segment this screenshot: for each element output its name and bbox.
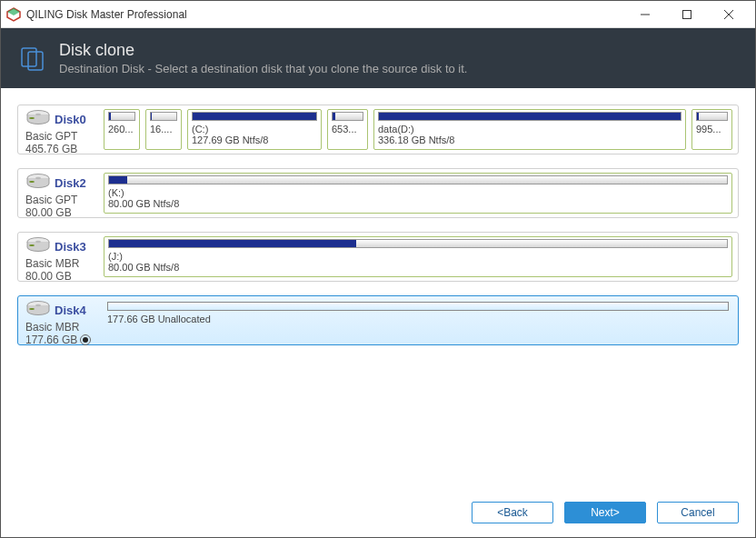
disk-row[interactable]: Disk0Basic GPT465.76 GB260...16....(C:)1… (17, 105, 739, 154)
app-logo-icon (6, 7, 21, 22)
partition-size: 80.00 GB Ntfs/8 (108, 198, 728, 209)
partition-size: 80.00 GB Ntfs/8 (108, 262, 728, 273)
disk-row[interactable]: Disk2Basic GPT80.00 GB(K:)80.00 GB Ntfs/… (17, 168, 739, 218)
partition-list: (J:)80.00 GB Ntfs/8 (104, 233, 738, 281)
disk-size: 80.00 GB (25, 270, 72, 283)
partition[interactable]: 16.... (145, 109, 182, 150)
disk-info: Disk0Basic GPT465.76 GB (18, 105, 104, 154)
partition-list: 260...16....(C:)127.69 GB Ntfs/8653...da… (104, 105, 738, 154)
svg-rect-6 (22, 48, 36, 66)
disk-name: Disk0 (55, 113, 86, 126)
page-subtitle: Destination Disk - Select a destination … (59, 62, 467, 75)
svg-point-9 (35, 114, 41, 115)
disk-type: Basic GPT (25, 130, 98, 143)
svg-marker-1 (7, 8, 20, 15)
partition-size: 127.69 GB Ntfs/8 (192, 134, 317, 145)
disk-name: Disk4 (55, 304, 86, 317)
partition-size: 177.66 GB Unallocated (107, 314, 729, 324)
partition[interactable]: 177.66 GB Unallocated (104, 300, 732, 341)
partition[interactable]: (C:)127.69 GB Ntfs/8 (187, 109, 322, 150)
partition-label: data(D:) (378, 124, 681, 134)
partition-usage-bar (192, 112, 317, 121)
next-button[interactable]: Next> (564, 502, 646, 523)
disk-icon (25, 300, 51, 321)
disk-info: Disk4Basic MBR177.66 GB (18, 296, 104, 344)
partition[interactable]: data(D:)336.18 GB Ntfs/8 (373, 109, 686, 150)
partition-usage-bar (696, 112, 728, 121)
partition-size: 16.... (150, 124, 177, 134)
disk-type: Basic GPT (25, 194, 98, 206)
partition-usage-bar (108, 175, 728, 184)
titlebar: QILING Disk Master Professional (1, 1, 755, 28)
back-button[interactable]: <Back (472, 502, 553, 523)
disk-info: Disk2Basic GPT80.00 GB (18, 169, 104, 217)
partition-usage-bar (378, 112, 681, 121)
partition[interactable]: 260... (104, 109, 140, 150)
partition[interactable]: (K:)80.00 GB Ntfs/8 (104, 173, 732, 214)
page-header: Disk clone Destination Disk - Select a d… (1, 28, 755, 88)
minimize-button[interactable] (624, 1, 666, 28)
disk-row[interactable]: Disk3Basic MBR80.00 GB(J:)80.00 GB Ntfs/… (17, 232, 739, 282)
disk-name: Disk3 (55, 240, 86, 254)
partition-label: (K:) (108, 187, 728, 198)
partition-label: (J:) (108, 251, 728, 262)
disk-clone-icon (17, 43, 48, 74)
svg-rect-7 (28, 52, 43, 70)
cancel-button[interactable]: Cancel (657, 502, 739, 523)
partition-label: (C:) (192, 124, 317, 134)
disk-type: Basic MBR (25, 257, 98, 270)
disk-size: 465.76 GB (25, 143, 77, 155)
partition-size: 995... (696, 124, 728, 134)
partition-usage-bar (332, 112, 363, 121)
disk-icon (25, 173, 51, 194)
window-title: QILING Disk Master Professional (26, 8, 624, 21)
disk-size: 80.00 GB (25, 206, 72, 219)
page-title: Disk clone (59, 41, 467, 60)
disk-icon (25, 109, 51, 130)
app-window: QILING Disk Master Professional Disk clo… (0, 0, 756, 538)
disk-list: Disk0Basic GPT465.76 GB260...16....(C:)1… (1, 88, 755, 497)
partition-usage-bar (108, 239, 728, 248)
partition-list: (K:)80.00 GB Ntfs/8 (104, 169, 738, 217)
disk-name: Disk2 (55, 176, 86, 190)
partition-size: 336.18 GB Ntfs/8 (378, 134, 681, 145)
partition-usage-bar (108, 112, 135, 121)
disk-type: Basic MBR (25, 321, 98, 334)
footer: <Back Next> Cancel (1, 497, 755, 537)
partition-list: 177.66 GB Unallocated (104, 296, 738, 344)
partition-usage-bar (150, 112, 177, 121)
partition[interactable]: 653... (327, 109, 368, 150)
disk-selected-radio[interactable] (80, 334, 91, 345)
partition-usage-bar (107, 302, 729, 311)
maximize-button[interactable] (666, 1, 708, 28)
close-button[interactable] (708, 1, 750, 28)
partition-size: 260... (108, 124, 135, 134)
svg-point-13 (35, 241, 41, 243)
disk-row[interactable]: Disk4Basic MBR177.66 GB177.66 GB Unalloc… (17, 295, 739, 345)
partition[interactable]: 995... (691, 109, 732, 150)
disk-icon (25, 236, 51, 257)
disk-info: Disk3Basic MBR80.00 GB (18, 233, 104, 281)
partition-size: 653... (332, 124, 363, 134)
disk-size: 177.66 GB (25, 334, 77, 346)
partition[interactable]: (J:)80.00 GB Ntfs/8 (104, 236, 732, 277)
svg-point-15 (35, 304, 41, 306)
svg-point-11 (35, 177, 41, 179)
svg-rect-3 (683, 10, 691, 18)
